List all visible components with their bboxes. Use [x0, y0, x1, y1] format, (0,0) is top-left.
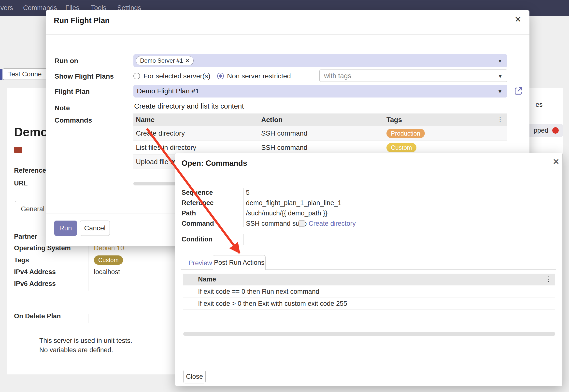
- table-row[interactable]: Create directory SSH command Production: [133, 126, 507, 140]
- chevron-down-icon: ▾: [498, 57, 501, 64]
- table-row[interactable]: If exit code == 0 then Run next command: [183, 285, 555, 297]
- tab-preview[interactable]: Preview: [188, 259, 212, 267]
- table-row[interactable]: If exit code > 0 then Exit with custom e…: [183, 297, 555, 309]
- truncated-text-fragment: es: [536, 101, 543, 109]
- tag-badge-production: Production: [386, 129, 425, 138]
- command-checkbox[interactable]: [299, 220, 305, 227]
- cell-name: List files in directory: [136, 144, 196, 152]
- modal-title: Open: Commands: [182, 159, 247, 168]
- tag-badge-custom: Custom: [386, 143, 416, 152]
- divider: [175, 172, 562, 172]
- field-label-ipv4: IPv4 Address: [14, 268, 56, 276]
- cell-action: SSH command: [261, 144, 307, 152]
- close-icon[interactable]: ✕: [514, 15, 522, 24]
- field-label-reference: Reference: [14, 167, 46, 174]
- tag-badge-custom: Custom: [94, 255, 123, 265]
- screen: vers Commands Files Tools Settings Test …: [0, 0, 569, 392]
- field-label-path: Path: [182, 210, 196, 217]
- sequence-value: 5: [246, 189, 250, 196]
- run-button[interactable]: Run: [54, 221, 77, 236]
- field-label-partner: Partner: [14, 233, 37, 240]
- field-label-run-on: Run on: [55, 57, 78, 65]
- cell-name: If exit code == 0 then Run next command: [198, 288, 319, 295]
- field-label-sequence: Sequence: [182, 189, 213, 196]
- table-row-empty: [183, 309, 555, 321]
- column-header-name: Name: [136, 116, 155, 124]
- horizontal-scrollbar[interactable]: [183, 332, 555, 336]
- divider: [88, 314, 88, 323]
- field-label-condition: Condition: [182, 236, 213, 243]
- run-on-select[interactable]: Demo Server #1 ✕ ▾: [133, 54, 507, 67]
- unit-test-note-line2: No variables are defined.: [39, 346, 113, 354]
- flight-plan-select[interactable]: Demo Flight Plan #1 ▾: [133, 85, 507, 98]
- field-label-show-flight-plans: Show Flight Plans: [55, 72, 114, 80]
- table-options-icon[interactable]: ⋮: [545, 276, 552, 283]
- tag-remove-icon[interactable]: ✕: [185, 58, 189, 64]
- reference-value: demo_flight_plan_1_plan_line_1: [246, 199, 341, 207]
- cell-name: If exit code > 0 then Exit with custom e…: [198, 300, 347, 308]
- test-connection-button[interactable]: Test Conne: [3, 69, 52, 80]
- flight-plan-value: Demo Flight Plan #1: [137, 87, 199, 95]
- cell-name: Upload file by: [136, 158, 178, 166]
- close-button[interactable]: Close: [183, 370, 206, 383]
- field-label-note: Note: [55, 104, 70, 112]
- command-value: SSH command sudo: [246, 220, 307, 227]
- divider: [243, 188, 244, 227]
- radio-non-server-restricted-label: Non server restricted: [227, 72, 291, 80]
- column-header-tags: Tags: [386, 116, 402, 124]
- cancel-button-label: Cancel: [84, 224, 105, 232]
- field-label-tags: Tags: [14, 256, 29, 264]
- divider: [129, 127, 129, 195]
- column-header-action: Action: [261, 116, 283, 124]
- create-directory-link[interactable]: Create directory: [309, 220, 356, 227]
- external-link-icon[interactable]: [513, 86, 523, 96]
- chevron-down-icon: ▾: [498, 88, 501, 95]
- test-connection-label: Test Conne: [8, 70, 42, 78]
- divider: [243, 234, 244, 245]
- cell-name: Create directory: [136, 129, 185, 137]
- close-button-label: Close: [186, 373, 203, 380]
- post-run-actions-table-header: Name ⋮: [183, 274, 555, 285]
- field-label-ipv6: IPv6 Address: [14, 280, 56, 288]
- cancel-button[interactable]: Cancel: [80, 221, 110, 236]
- field-label-command: Command: [182, 220, 214, 227]
- divider: [46, 34, 529, 35]
- unit-test-note-line1: This server is used in unit tests.: [39, 337, 132, 345]
- field-label-flight-plan: Flight Plan: [55, 88, 90, 96]
- nav-item-servers[interactable]: vers: [0, 4, 13, 12]
- run-button-label: Run: [59, 224, 72, 232]
- path-value: /such/much/{{ demo_path }}: [246, 210, 327, 217]
- color-swatch[interactable]: [14, 147, 22, 153]
- commands-table-header: Name Action Tags ⋮: [133, 113, 507, 126]
- field-label-url: URL: [14, 180, 28, 187]
- column-header-name: Name: [198, 276, 216, 283]
- server-title: Demo: [14, 125, 48, 139]
- status-red-dot-icon: [552, 127, 559, 134]
- with-tags-placeholder: with tags: [324, 72, 351, 80]
- tab-general-label: General: [21, 205, 44, 213]
- radio-for-selected-servers[interactable]: [133, 73, 140, 79]
- server-tag[interactable]: Demo Server #1 ✕: [136, 56, 194, 65]
- status-label: pped: [534, 127, 548, 134]
- chevron-down-icon: ▾: [499, 73, 502, 80]
- cell-action: SSH command: [261, 129, 307, 137]
- tab-post-run-actions[interactable]: Post Run Actions: [213, 255, 266, 270]
- field-label-commands: Commands: [55, 116, 92, 124]
- radio-non-server-restricted[interactable]: [217, 73, 224, 79]
- tab-post-run-actions-label: Post Run Actions: [214, 259, 265, 266]
- field-label-reference: Reference: [182, 199, 214, 207]
- with-tags-select[interactable]: with tags ▾: [319, 70, 507, 82]
- commands-detail-modal: Open: Commands ✕ Sequence Reference Path…: [175, 153, 563, 386]
- modal-title: Run Flight Plan: [54, 16, 110, 25]
- field-label-on-delete-plan: On Delete Plan: [14, 312, 61, 320]
- flight-plan-description: Create directory and list its content: [134, 102, 244, 110]
- cut-off-button-fragment[interactable]: [0, 69, 2, 80]
- ipv4-value: localhost: [94, 268, 120, 276]
- radio-for-selected-servers-label: For selected server(s): [143, 72, 210, 80]
- server-tag-label: Demo Server #1: [140, 57, 183, 64]
- table-options-icon[interactable]: ⋮: [497, 116, 503, 123]
- close-icon[interactable]: ✕: [553, 157, 560, 166]
